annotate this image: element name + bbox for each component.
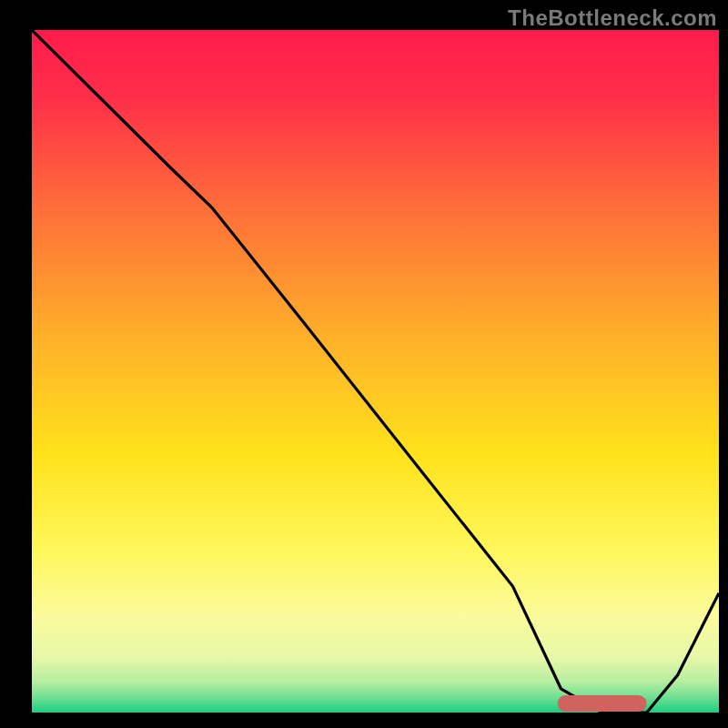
chart-container: TheBottleneck.com — [0, 0, 728, 728]
watermark-text: TheBottleneck.com — [508, 5, 717, 31]
bottleneck-chart — [0, 0, 728, 728]
optimal-range-marker — [558, 695, 647, 712]
